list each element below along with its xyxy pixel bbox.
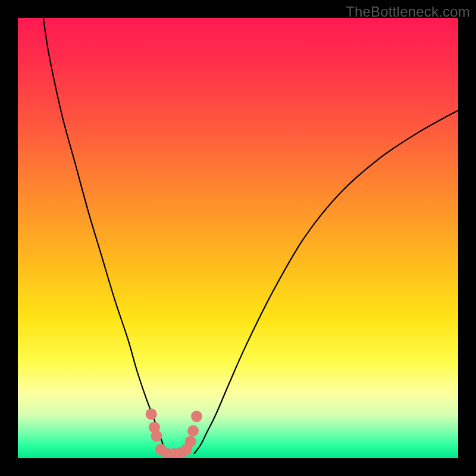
chart-svg: [18, 18, 458, 458]
valley-marker: [185, 436, 196, 447]
valley-marker: [187, 425, 199, 437]
valley-marker: [151, 431, 162, 442]
curve-right-arm: [194, 110, 458, 453]
plot-area: [18, 18, 458, 458]
valley-marker: [191, 411, 202, 422]
valley-markers: [146, 409, 202, 459]
curve-left-arm: [43, 18, 168, 454]
valley-marker: [146, 409, 157, 420]
chart-frame: TheBottleneck.com: [0, 0, 476, 476]
